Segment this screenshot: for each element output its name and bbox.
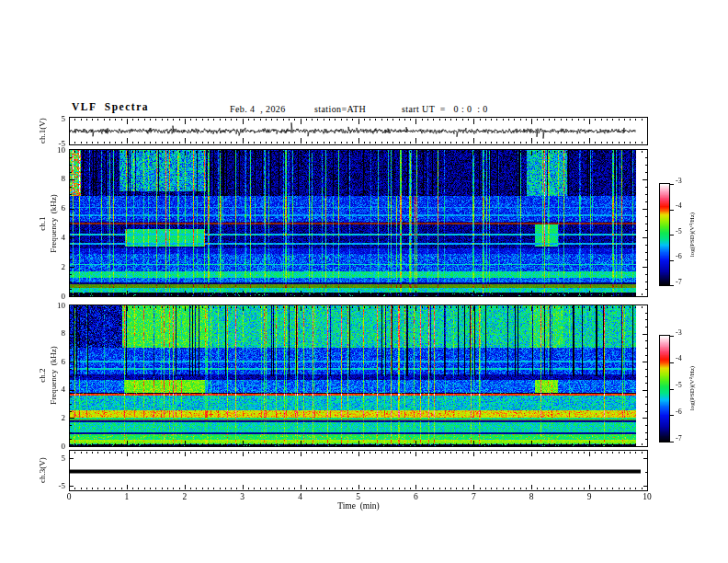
colorbar-1-tick-label: -3 <box>676 178 682 185</box>
ch2-spec-y-tick-label: 4 <box>10 385 65 394</box>
vlf-spectra-figure: VLF Spectra Feb. 4 , 2026 station=ATH st… <box>0 0 728 563</box>
colorbar-1-tick-label: -4 <box>676 202 682 210</box>
ch1-spec-y-tick-label: 0 <box>10 293 65 301</box>
x-tick-label: 1 <box>125 493 130 502</box>
colorbar-2-tick-label: -4 <box>676 355 682 362</box>
x-tick-label: 7 <box>472 493 476 502</box>
x-tick-label: 10 <box>643 493 652 502</box>
colorbar-2-label: log(PSD)(V²/Hz) <box>689 366 696 410</box>
x-tick-label: 2 <box>182 493 187 502</box>
ch2-spec-y-tick-label: 2 <box>10 414 65 422</box>
ch2-spec-y-tick-label: 6 <box>10 358 65 366</box>
colorbar-2-tick-label: -3 <box>676 329 682 337</box>
x-tick-label: 5 <box>356 493 360 502</box>
colorbar-2-tick-label: -5 <box>676 382 682 389</box>
x-tick-label: 6 <box>414 493 418 502</box>
ch1-spec-axis-label-outer: ch.1 <box>39 216 47 230</box>
ch1-spec-y-tick-label: 4 <box>10 234 65 242</box>
ch1-spec-y-tick-label: 8 <box>10 175 65 183</box>
ch2-spec-axis-label-inner: Frequency (kHz) <box>50 346 58 404</box>
colorbar-2-tick-label: -6 <box>676 408 682 416</box>
axes-overlay <box>0 0 728 563</box>
ch2-spec-y-tick-label: 0 <box>10 442 65 451</box>
ch1-wave-y-tick-label: 5 <box>10 115 65 123</box>
x-tick-label: 3 <box>240 493 245 502</box>
ch1-spec-y-tick-label: 2 <box>10 263 65 271</box>
colorbar-1-tick-label: -5 <box>676 228 682 236</box>
x-tick-label: 0 <box>67 493 72 502</box>
ch3-y-tick-label: 5 <box>10 454 65 463</box>
x-tick-label: 9 <box>587 493 592 502</box>
ch2-spec-axis-label-outer: ch.2 <box>39 368 47 382</box>
ch2-spec-y-tick-label: 10 <box>10 302 65 310</box>
ch1-wave-y-tick-label: -5 <box>10 140 65 148</box>
ch1-spec-axis-label-inner: Frequency (kHz) <box>50 194 58 252</box>
colorbar-2-tick-label: -7 <box>676 435 682 442</box>
ch3-y-tick-label: -5 <box>10 482 65 490</box>
time-axis-label: Time (min) <box>337 502 380 511</box>
x-tick-label: 8 <box>529 493 534 502</box>
colorbar-1-tick-label: -7 <box>676 279 682 286</box>
ch2-spec-y-tick-label: 8 <box>10 329 65 338</box>
x-tick-label: 4 <box>298 493 302 502</box>
colorbar-1-label: log(PSD)(V²/Hz) <box>689 213 696 257</box>
colorbar-1-tick-label: -6 <box>676 253 682 260</box>
ch1-spec-y-tick-label: 6 <box>10 204 65 213</box>
